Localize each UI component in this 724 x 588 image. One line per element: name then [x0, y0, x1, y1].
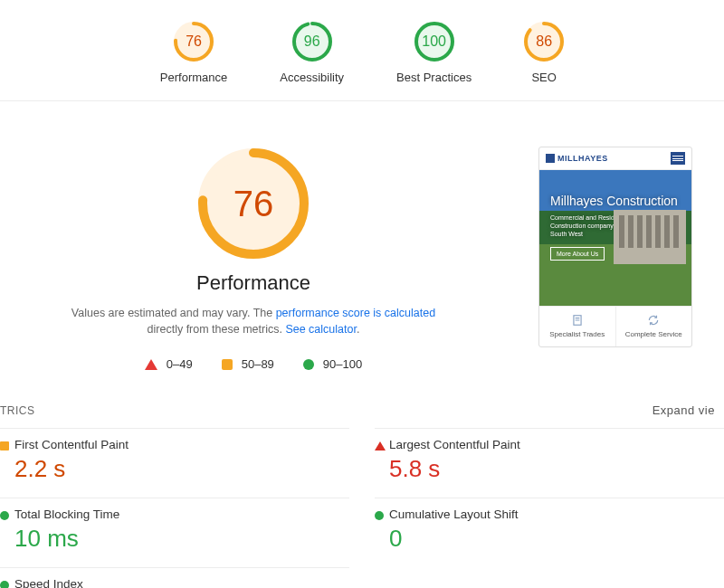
score-accessibility[interactable]: 96 Accessibility	[280, 22, 344, 84]
score-label: Accessibility	[280, 71, 344, 84]
legend-poor: 0–49	[145, 357, 193, 371]
metric-name: Speed Index	[14, 577, 349, 588]
score-best-practices[interactable]: 100 Best Practices	[396, 22, 472, 84]
score-value: 96	[304, 33, 320, 50]
circle-icon	[0, 581, 9, 588]
gauge-icon: 96	[292, 22, 332, 62]
score-summary-row: 76 Performance 96 Accessibility 100 Best…	[0, 0, 724, 101]
preview-logo: MILLHAYES	[546, 154, 608, 163]
metric-lcp[interactable]: Largest Contentful Paint 5.8 s	[375, 428, 724, 488]
hamburger-icon	[671, 152, 685, 165]
see-calculator-link[interactable]: See calculator	[285, 323, 357, 336]
square-icon	[0, 441, 9, 450]
score-value: 76	[186, 33, 202, 50]
score-performance[interactable]: 76 Performance	[160, 22, 227, 84]
legend-mid: 50–89	[222, 357, 274, 371]
square-icon	[222, 359, 233, 370]
metric-name: Total Blocking Time	[14, 507, 349, 521]
circle-icon	[375, 511, 384, 520]
metrics-heading: TRICS	[0, 404, 35, 417]
metric-value: 0	[389, 525, 724, 553]
perf-score-link[interactable]: performance score is calculated	[276, 307, 435, 319]
score-label: Performance	[160, 71, 227, 84]
hero-note: Values are estimated and may vary. The p…	[68, 306, 439, 337]
metric-tbt[interactable]: Total Blocking Time 10 ms	[0, 498, 349, 558]
document-icon	[571, 314, 584, 327]
score-label: SEO	[531, 71, 556, 84]
metric-name: Cumulative Layout Shift	[389, 507, 724, 521]
page-screenshot-preview: MILLHAYES Millhayes Construction Commerc…	[538, 147, 692, 347]
triangle-icon	[145, 359, 157, 370]
metric-cls[interactable]: Cumulative Layout Shift 0	[375, 498, 724, 558]
score-legend: 0–49 50–89 90–100	[145, 357, 362, 371]
expand-view-link[interactable]: Expand vie	[653, 403, 715, 417]
metric-speed-index[interactable]: Speed Index 2.8 s	[0, 567, 349, 588]
hero-gauge-icon: 76	[196, 147, 310, 261]
metrics-grid: First Contentful Paint 2.2 s Largest Con…	[0, 428, 724, 588]
score-value: 86	[536, 33, 552, 50]
gauge-icon: 76	[174, 22, 214, 62]
metric-fcp[interactable]: First Contentful Paint 2.2 s	[0, 428, 349, 488]
score-seo[interactable]: 86 SEO	[524, 22, 564, 84]
preview-cta: More About Us	[550, 247, 605, 261]
hero-score-value: 76	[233, 184, 274, 224]
gauge-icon: 100	[414, 22, 454, 62]
gauge-icon: 86	[524, 22, 564, 62]
score-label: Best Practices	[396, 71, 472, 84]
performance-hero: 76 Performance Values are estimated and …	[0, 101, 724, 403]
circle-icon	[0, 511, 9, 520]
metric-value: 2.2 s	[14, 455, 349, 483]
score-value: 100	[422, 33, 446, 50]
metric-value: 5.8 s	[389, 455, 724, 483]
legend-good: 90–100	[303, 357, 362, 371]
triangle-icon	[375, 441, 386, 450]
refresh-icon	[647, 314, 660, 327]
hero-title: Performance	[196, 271, 310, 295]
circle-icon	[303, 359, 314, 370]
metric-name: First Contentful Paint	[14, 438, 349, 451]
preview-title: Millhayes Construction	[550, 194, 681, 208]
metric-name: Largest Contentful Paint	[389, 438, 724, 451]
metric-value: 10 ms	[14, 525, 349, 553]
